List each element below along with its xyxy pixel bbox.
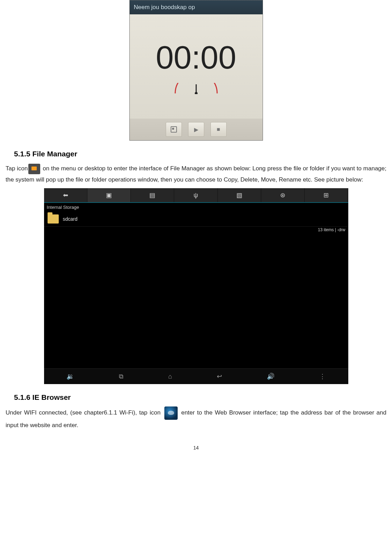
back-icon[interactable]: ↩ bbox=[217, 373, 222, 380]
play-icon: ▶ bbox=[194, 126, 198, 133]
recorder-time-display: 00:00 bbox=[156, 39, 236, 76]
fm-tab-usb[interactable]: ψ bbox=[174, 188, 218, 202]
section-heading-file-manager: 5.1.5 File Manager bbox=[14, 150, 386, 158]
video-icon: ⊛ bbox=[280, 191, 285, 199]
fm-tab-images[interactable]: ▧ bbox=[218, 188, 261, 202]
fm-empty-area bbox=[44, 233, 348, 368]
storage-icon: ▣ bbox=[106, 191, 112, 199]
file-manager-app-icon bbox=[28, 164, 40, 174]
recorder-header: Neem jou boodskap op bbox=[130, 0, 263, 14]
record-icon bbox=[171, 126, 177, 133]
fm-folder-row[interactable]: sdcard bbox=[44, 212, 348, 227]
fm-breadcrumb: Internal Storage bbox=[44, 203, 348, 212]
menu-icon[interactable]: ⋮ bbox=[319, 373, 326, 380]
section-heading-browser: 5.1.6 IE Browser bbox=[14, 393, 386, 402]
play-button[interactable]: ▶ bbox=[188, 122, 204, 137]
file-manager-screenshot: ⬅ ▣ ▤ ψ ▧ ⊛ ⊞ Internal Storage sdcard 13… bbox=[44, 188, 348, 384]
browser-app-icon bbox=[164, 406, 178, 420]
home-icon[interactable]: ⌂ bbox=[168, 373, 172, 380]
vol-down-icon[interactable]: 🔉 bbox=[66, 373, 74, 380]
stop-icon: ■ bbox=[217, 126, 220, 133]
recorder-body: 00:00 bbox=[130, 14, 263, 119]
stop-button[interactable]: ■ bbox=[211, 122, 227, 137]
tools-icon: ⊞ bbox=[323, 191, 329, 199]
image-icon: ▧ bbox=[236, 191, 242, 199]
vol-up-icon[interactable]: 🔊 bbox=[267, 373, 275, 380]
recent-apps-icon[interactable]: ⧉ bbox=[119, 373, 123, 380]
browser-para-before: Under WIFI connected, (see chapter6.1.1 … bbox=[6, 409, 163, 416]
fm-folder-meta: 13 items | -drw bbox=[44, 227, 348, 233]
back-arrow-icon: ⬅ bbox=[63, 191, 68, 199]
android-nav-bar: 🔉 ⧉ ⌂ ↩ 🔊 ⋮ bbox=[44, 368, 348, 384]
browser-paragraph: Under WIFI connected, (see chapter6.1.1 … bbox=[6, 406, 386, 431]
fm-tab-back[interactable]: ⬅ bbox=[44, 188, 87, 202]
record-button[interactable] bbox=[166, 122, 182, 137]
fm-tab-video[interactable]: ⊛ bbox=[261, 188, 305, 202]
recorder-app-screenshot: Neem jou boodskap op 00:00 ▶ ■ bbox=[129, 0, 263, 141]
fm-para-after: on the menu or desktop to enter the inte… bbox=[6, 165, 386, 183]
page-number: 14 bbox=[6, 445, 386, 451]
svg-point-1 bbox=[195, 92, 198, 94]
file-manager-paragraph: Tap icon on the menu or desktop to enter… bbox=[6, 163, 386, 185]
fm-tab-bar: ⬅ ▣ ▤ ψ ▧ ⊛ ⊞ bbox=[44, 188, 348, 203]
usb-icon: ψ bbox=[194, 192, 198, 199]
sd-card-icon: ▤ bbox=[149, 191, 155, 199]
fm-tab-tools[interactable]: ⊞ bbox=[305, 188, 348, 202]
fm-tab-sd[interactable]: ▤ bbox=[131, 188, 174, 202]
recorder-header-title: Neem jou boodskap op bbox=[134, 4, 195, 10]
gauge-meter bbox=[168, 83, 224, 94]
fm-para-before: Tap icon bbox=[6, 165, 28, 172]
recorder-controls: ▶ ■ bbox=[130, 119, 263, 140]
folder-icon bbox=[48, 214, 59, 224]
fm-tab-storage[interactable]: ▣ bbox=[87, 188, 131, 202]
fm-folder-label: sdcard bbox=[63, 216, 78, 222]
